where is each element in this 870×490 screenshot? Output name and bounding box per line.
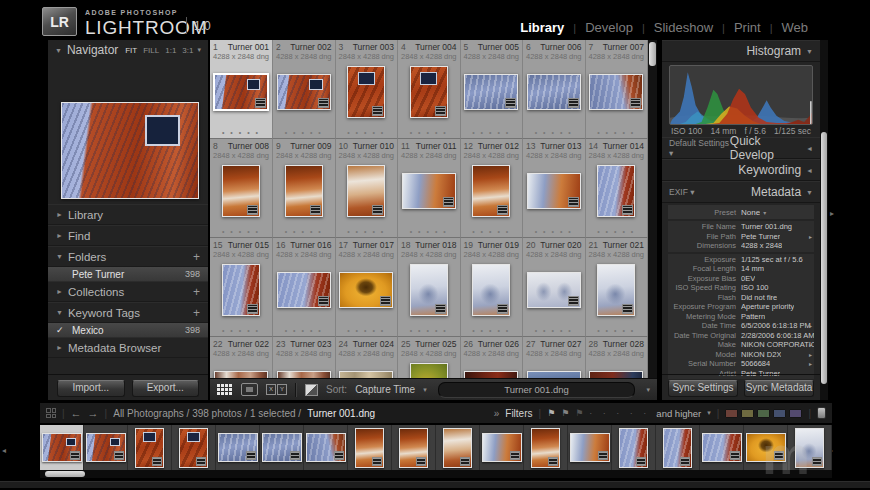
grid-cell-28[interactable]: 28Turner 0284288 x 2848dng• • • • • bbox=[586, 337, 649, 378]
photo-thumbnail[interactable] bbox=[277, 74, 331, 110]
filmstrip-thumb-2[interactable] bbox=[84, 425, 128, 470]
grid-cell-22[interactable]: 22Turner 0224288 x 2848dng• • • • • bbox=[210, 337, 273, 378]
grid-cells-icon[interactable] bbox=[46, 408, 56, 418]
action-arrow-icon[interactable]: ▸ bbox=[809, 322, 812, 329]
filmstrip-thumb-4[interactable] bbox=[172, 425, 216, 470]
right-panel-scrollbar-thumb[interactable] bbox=[821, 132, 827, 384]
filmstrip-left-arrow-icon[interactable]: ◂ bbox=[2, 447, 6, 455]
filmstrip-thumb-16[interactable] bbox=[700, 425, 744, 470]
photo-thumbnail[interactable] bbox=[589, 74, 643, 110]
rating-dots[interactable]: • • • • • bbox=[523, 129, 585, 136]
module-print[interactable]: Print bbox=[734, 20, 761, 35]
quick-develop-header[interactable]: Default Settings ▾ Quick Develop ◄ bbox=[662, 137, 820, 159]
chevron-down-icon[interactable]: ▾ bbox=[707, 409, 711, 417]
filmstrip-thumb-8[interactable] bbox=[348, 425, 392, 470]
sidebar-item-keyword-tags[interactable]: ▼ Keyword Tags + bbox=[48, 302, 208, 323]
module-slideshow[interactable]: Slideshow bbox=[654, 20, 713, 35]
grid-cell-15[interactable]: 15Turner 0152848 x 4288dng• • • • • bbox=[210, 238, 273, 337]
rating-dots[interactable]: • • • • • bbox=[398, 327, 460, 334]
photo-thumbnail[interactable] bbox=[86, 433, 126, 462]
rating-dots[interactable]: • • • • • bbox=[273, 327, 335, 334]
nav-zoom-3-1[interactable]: 3:1 bbox=[182, 46, 193, 55]
collapse-triangle-icon[interactable]: ► bbox=[56, 211, 63, 218]
grid-cell-19[interactable]: 19Turner 0192848 x 4288dng• • • • • bbox=[461, 238, 524, 337]
rating-dots[interactable]: • • • • • bbox=[586, 327, 648, 334]
grid-cell-21[interactable]: 21Turner 0212848 x 4288dng• • • • • bbox=[586, 238, 649, 337]
photo-thumbnail[interactable] bbox=[527, 173, 581, 209]
collapse-triangle-icon[interactable]: ▼ bbox=[806, 189, 813, 196]
rating-dots[interactable]: • • • • • bbox=[523, 228, 585, 235]
photo-thumbnail[interactable] bbox=[339, 371, 393, 378]
grid-cell-10[interactable]: 10Turner 0102848 x 4288dng• • • • • bbox=[336, 139, 399, 238]
module-web[interactable]: Web bbox=[782, 20, 809, 35]
grid-cell-20[interactable]: 20Turner 0204288 x 2848dng• • • • • bbox=[523, 238, 586, 337]
collapse-triangle-icon[interactable]: ► bbox=[56, 288, 63, 295]
photo-thumbnail[interactable] bbox=[443, 428, 472, 468]
photo-thumbnail[interactable] bbox=[410, 66, 448, 118]
grid-cell-1[interactable]: 1Turner 0014288 x 2848dng• • • • • bbox=[210, 40, 273, 139]
sidebar-item-find[interactable]: ► Find bbox=[48, 225, 208, 246]
rating-dots[interactable]: • • • • • bbox=[398, 129, 460, 136]
photo-thumbnail[interactable] bbox=[347, 66, 385, 118]
rating-dots[interactable]: • • • • • bbox=[210, 129, 272, 136]
color-label-chip-2[interactable] bbox=[741, 409, 754, 418]
photo-thumbnail[interactable] bbox=[277, 371, 331, 378]
grid-scrollbar-thumb[interactable] bbox=[649, 42, 656, 66]
preset-value-dropdown[interactable]: None bbox=[741, 208, 760, 217]
filmstrip-thumb-3[interactable] bbox=[128, 425, 172, 470]
photo-thumbnail[interactable] bbox=[527, 371, 581, 378]
module-develop[interactable]: Develop bbox=[585, 20, 633, 35]
grid-cell-7[interactable]: 7Turner 0074288 x 2848dng• • • • • bbox=[586, 40, 649, 139]
grid-cell-17[interactable]: 17Turner 0174288 x 2848dng• • • • • bbox=[336, 238, 399, 337]
add-keyword-button[interactable]: + bbox=[193, 306, 200, 320]
grid-cell-8[interactable]: 8Turner 0082848 x 4288dng• • • • • bbox=[210, 139, 273, 238]
sidebar-item-metadata-browser[interactable]: ► Metadata Browser bbox=[48, 337, 208, 358]
rating-dots[interactable]: • • • • • bbox=[336, 129, 398, 136]
checkmark-icon[interactable]: ✓ bbox=[56, 325, 72, 335]
metadata-header[interactable]: EXIF ▾ Metadata ▼ bbox=[662, 181, 820, 203]
photo-thumbnail[interactable] bbox=[464, 371, 518, 378]
photo-thumbnail[interactable] bbox=[531, 428, 560, 468]
rating-dots[interactable]: • • • • • bbox=[210, 228, 272, 235]
color-label-chip-5[interactable] bbox=[789, 409, 802, 418]
action-arrow-icon[interactable]: ▸ bbox=[809, 351, 812, 358]
photo-thumbnail[interactable] bbox=[482, 433, 522, 462]
navigator-preview[interactable] bbox=[61, 102, 199, 199]
photo-thumbnail[interactable] bbox=[222, 165, 260, 217]
sort-value-dropdown[interactable]: Capture Time bbox=[355, 384, 415, 395]
grid-cell-27[interactable]: 27Turner 0274288 x 2848dng• • • • • bbox=[523, 337, 586, 378]
add-folder-button[interactable]: + bbox=[193, 250, 200, 264]
grid-cell-6[interactable]: 6Turner 0064288 x 2848dng• • • • • bbox=[523, 40, 586, 139]
breadcrumb[interactable]: All Photographs / 398 photos / 1 selecte… bbox=[113, 408, 301, 419]
collapse-triangle-icon[interactable]: ▼ bbox=[56, 253, 63, 260]
metadata-view-dropdown[interactable]: EXIF ▾ bbox=[669, 187, 695, 197]
right-panel-scrollbar[interactable] bbox=[820, 40, 828, 400]
grid-cell-25[interactable]: 25Turner 0252848 x 4288dng• • • • • bbox=[398, 337, 461, 378]
filename-field[interactable]: Turner 001.dng bbox=[438, 382, 636, 398]
action-arrow-icon[interactable]: ▸ bbox=[809, 360, 812, 367]
grid-cell-12[interactable]: 12Turner 0122848 x 4288dng• • • • • bbox=[461, 139, 524, 238]
filter-lock-icon[interactable] bbox=[817, 407, 826, 419]
collapse-triangle-icon[interactable]: ▼ bbox=[55, 47, 62, 54]
grid-cell-13[interactable]: 13Turner 0134288 x 2848dng• • • • • bbox=[523, 139, 586, 238]
rating-dots[interactable]: • • • • • bbox=[273, 129, 335, 136]
chevron-down-icon[interactable]: ▾ bbox=[423, 386, 427, 394]
photo-thumbnail[interactable] bbox=[214, 371, 268, 378]
color-label-chip-3[interactable] bbox=[757, 409, 770, 418]
filmstrip-scrollbar-thumb[interactable] bbox=[45, 471, 85, 477]
grid-cell-23[interactable]: 23Turner 0234288 x 2848dng• • • • • bbox=[273, 337, 336, 378]
collapse-triangle-icon[interactable]: ◄ bbox=[806, 145, 813, 152]
grid-cell-16[interactable]: 16Turner 0164288 x 2848dng• • • • • bbox=[273, 238, 336, 337]
collapse-triangle-icon[interactable]: ◄ bbox=[806, 167, 813, 174]
rating-dots[interactable]: • • • • • bbox=[461, 327, 523, 334]
grid-cell-4[interactable]: 4Turner 0042848 x 4288dng• • • • • bbox=[398, 40, 461, 139]
photo-thumbnail[interactable] bbox=[597, 264, 635, 316]
grid-cell-24[interactable]: 24Turner 0244288 x 2848dng• • • • • bbox=[336, 337, 399, 378]
photo-thumbnail[interactable] bbox=[570, 433, 610, 462]
collapse-triangle-icon[interactable]: ▼ bbox=[56, 309, 63, 316]
grid-cell-26[interactable]: 26Turner 0264288 x 2848dng• • • • • bbox=[461, 337, 524, 378]
rating-dots[interactable]: • • • • • bbox=[586, 228, 648, 235]
filmstrip-thumb-13[interactable] bbox=[568, 425, 612, 470]
chevron-down-icon[interactable]: ▾ bbox=[197, 46, 201, 54]
grid-cell-9[interactable]: 9Turner 0092848 x 4288dng• • • • • bbox=[273, 139, 336, 238]
